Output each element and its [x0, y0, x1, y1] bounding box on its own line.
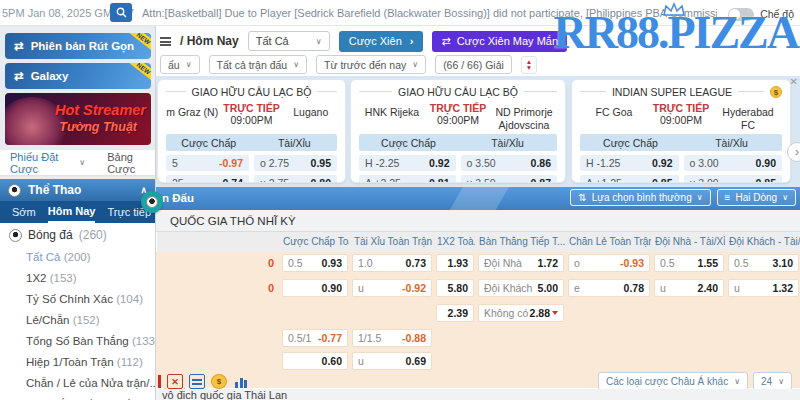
filter-dropdown-time-range[interactable]: Từ trước đến nay ∨ — [316, 55, 426, 74]
tab-early[interactable]: Sớm — [12, 203, 36, 222]
odds-cell[interactable]: u-0.92 — [352, 279, 432, 297]
handicap-odds-cell[interactable]: H -1.250.92 — [580, 155, 679, 171]
item-label: Chẵn / Lẻ của Nửa trận/... — [26, 377, 159, 389]
sidebar-item-football[interactable]: Bóng đá (260) — [0, 223, 155, 247]
sort-icon[interactable]: ▲ ▼ — [521, 56, 537, 74]
rows-view-icon[interactable] — [189, 374, 205, 389]
search-button[interactable] — [110, 3, 132, 22]
galaxy-switch-button[interactable]: ⇄ Galaxy NEW — [5, 63, 151, 89]
odds-label: u — [660, 282, 666, 294]
drop-indicator-icon — [552, 311, 558, 315]
odds-label: u 2.75 — [260, 177, 289, 183]
odds-value: 1.72 — [538, 257, 558, 269]
over-odds-cell[interactable]: o 3.500.86 — [461, 155, 558, 171]
carousel-next-button[interactable]: › — [787, 142, 800, 162]
tab-today[interactable]: Hôm Nay — [48, 202, 96, 223]
menu-icon[interactable] — [160, 37, 171, 46]
handicap-header: Cược Chấp — [359, 137, 458, 149]
handicap-odds-cell[interactable]: H -2.250.92 — [359, 155, 456, 171]
tab-bet-slip[interactable]: Phiếu Đặt Cược ∨ — [10, 151, 85, 175]
sort-down-icon: ▼ — [526, 65, 532, 71]
odds-cell[interactable]: 0.50.93 — [282, 254, 348, 272]
version-switch-button[interactable]: ⇄ Phiên bản Rút Gọn NEW — [5, 33, 151, 59]
sidebar-item-half-odd-even[interactable]: Chẵn / Lẻ của Nửa trận/... (111) — [0, 373, 155, 394]
odds-cell[interactable]: Không có2.88 — [478, 304, 564, 322]
sidebar-item-ht-ft[interactable]: Hiệp 1/Toàn Trận (112) — [0, 352, 155, 373]
sports-section-header[interactable]: Thể Thao ∧ — [0, 179, 155, 201]
under-odds-cell[interactable]: u 3.000.85 — [684, 175, 783, 183]
odds-value: -0.77 — [318, 332, 342, 344]
sidebar-item-total-goals[interactable]: Tổng Số Bàn Thắng (133) — [0, 331, 155, 352]
odds-cell[interactable]: u0.69 — [352, 352, 432, 370]
under-odds-cell[interactable]: u 2.750.80 — [254, 175, 337, 183]
odds-cell[interactable]: u2.40 — [654, 279, 724, 297]
parlay-label: Cược Xiên — [349, 35, 402, 47]
sidebar-item-1x2[interactable]: 1X2 (153) — [0, 268, 155, 289]
odds-value: 0.78 — [624, 282, 644, 294]
column-header-odd-even: Chẵn Lẻ Toàn Trận — [569, 236, 651, 247]
odds-cell[interactable]: Đội Khách5.00 — [478, 279, 564, 297]
filter-dropdown-1[interactable]: ấu ∨ — [160, 55, 200, 74]
league-count-box[interactable]: (66 / 66) Giải — [435, 55, 512, 74]
bet-slip-label: Phiếu Đặt Cược — [10, 151, 75, 175]
filter-dropdown-all-matches[interactable]: Tất cả trận đấu ∨ — [209, 55, 307, 74]
odds-cell[interactable]: 2.39 — [436, 304, 474, 322]
match-list-bar: n Đấu ⇅ Lựa chọn bình thường ∨ ≡ Hai Dòn… — [156, 187, 800, 210]
football-label: Bóng đá — [28, 228, 73, 242]
two-lines-button[interactable]: ≡ Hai Dòng ∨ — [717, 189, 796, 206]
sidebar-item-odd-even[interactable]: Lẻ/Chẵn (152) — [0, 310, 155, 331]
lucky-parlay-button[interactable]: ⇄ Cược Xiên May Mắn — [432, 31, 567, 52]
coin-icon[interactable]: $ — [211, 374, 227, 389]
under-odds-cell[interactable]: u 3.500.87 — [461, 175, 558, 183]
item-label: 1X2 — [26, 272, 46, 284]
tab-bet-board[interactable]: Bảng Cược — [107, 151, 155, 175]
handicap-odds-cell[interactable]: A +2.250.81 — [359, 175, 456, 183]
item-count: (112) — [117, 356, 143, 368]
sidebar-item-correct-score[interactable]: Tỷ Số Chính Xác (104) — [0, 289, 155, 310]
more-bets-label: Các loại cược Châu Á khác — [606, 376, 728, 387]
odds-cell[interactable]: 0.53.10 — [728, 254, 799, 272]
sidebar-item-first-last-goal[interactable]: Bàn thắng Đầu/ Cuối (77) — [0, 394, 155, 400]
galaxy-switch-label: Galaxy — [31, 70, 69, 82]
filter3-value: Từ trước đến nay — [324, 59, 406, 71]
odds-label: u 3.00 — [690, 177, 719, 183]
odds-cell[interactable]: 1/1.5-0.88 — [352, 329, 432, 347]
odds-cell[interactable]: 1.00.73 — [352, 254, 432, 272]
odds-row: 250.74 u 2.750.80 — [166, 175, 337, 183]
bar-chart-icon[interactable] — [233, 374, 249, 389]
handicap-header: Cược Chấp — [580, 137, 681, 149]
odds-cell[interactable]: u1.32 — [728, 279, 799, 297]
item-count: (152) — [73, 314, 100, 326]
odds-cell[interactable]: e0.78 — [568, 279, 650, 297]
stats-grid-icon[interactable]: ✕ — [167, 374, 183, 389]
odds-cell[interactable]: 0.51.55 — [654, 254, 724, 272]
swap-icon: ⇄ — [14, 39, 24, 53]
home-team: m Graz (N) — [166, 102, 219, 119]
odds-cell[interactable]: 0.5/1-0.77 — [282, 329, 348, 347]
match-bar-title: n Đấu — [162, 192, 194, 204]
normal-select-button[interactable]: ⇅ Lựa chọn bình thường ∨ — [570, 189, 710, 206]
odds-cell[interactable]: 1.93 — [436, 254, 474, 272]
odds-cell[interactable]: Đội Nhà1.72 — [478, 254, 564, 272]
card-league-title: GIAO HỮU CÂU LẠC BỘ — [359, 84, 557, 99]
handicap-odds-cell[interactable]: A +1.250.85 — [580, 175, 679, 183]
all-filter-dropdown[interactable]: Tất Cả ∨ — [248, 31, 330, 51]
parlay-button[interactable]: Cược Xiên › — [339, 31, 424, 52]
odds-cell[interactable]: 0.60 — [282, 352, 348, 370]
sidebar-item-all[interactable]: Tất Cả (200) — [0, 247, 155, 268]
odds-cell[interactable]: o-0.93 — [568, 254, 650, 272]
swap-icon: ⇄ — [441, 35, 450, 48]
close-icon[interactable]: ✕ — [790, 76, 798, 87]
away-score: 0 — [156, 282, 274, 294]
handicap-odds-cell[interactable]: 250.74 — [166, 175, 249, 183]
over-odds-cell[interactable]: o 2.750.95 — [254, 155, 337, 171]
handicap-odds-cell[interactable]: 5-0.97 — [166, 155, 249, 171]
betting-app: 5PM Jan 08, 2025 GMT +7 Attn:[Basketball… — [0, 0, 800, 400]
odds-cell[interactable]: 0.90 — [282, 279, 348, 297]
odds-value: 0.90 — [322, 282, 342, 294]
over-odds-cell[interactable]: o 3.000.90 — [684, 155, 783, 171]
promo-banner[interactable]: Hot Streamer Tường Thuật — [5, 93, 151, 145]
live-time: TRỰC TIẾP 09:00PM — [648, 102, 714, 126]
odds-cell[interactable]: 5.80 — [436, 279, 474, 297]
floating-soccer-button[interactable] — [141, 191, 163, 213]
